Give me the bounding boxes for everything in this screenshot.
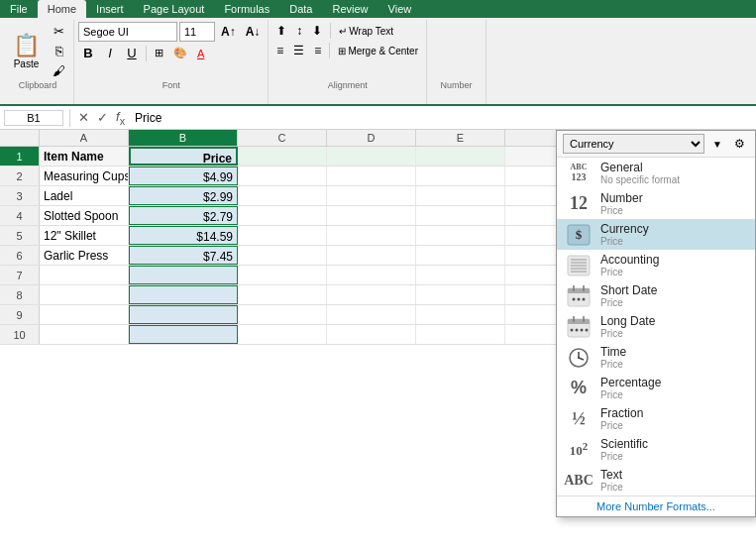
align-right-button[interactable]: ≡ <box>310 42 325 59</box>
cell-c4[interactable] <box>238 206 327 225</box>
align-center-button[interactable]: ☰ <box>289 42 308 59</box>
tab-view[interactable]: View <box>378 0 422 18</box>
cell-d7[interactable] <box>327 266 416 284</box>
align-top-button[interactable]: ⬆ <box>272 22 290 40</box>
col-header-c[interactable]: C <box>238 130 327 146</box>
cell-c5[interactable] <box>238 226 327 245</box>
format-item-currency[interactable]: $ Currency Price <box>557 219 755 250</box>
cell-d9[interactable] <box>327 305 416 324</box>
tab-page-layout[interactable]: Page Layout <box>134 0 215 18</box>
tab-home[interactable]: Home <box>38 0 86 18</box>
bold-button[interactable]: B <box>78 44 98 62</box>
format-select-dropdown-button[interactable]: ▼ <box>708 137 726 152</box>
cell-b7[interactable] <box>129 266 238 284</box>
cell-d2[interactable] <box>327 166 416 185</box>
col-header-d[interactable]: D <box>327 130 416 146</box>
format-item-scientific[interactable]: 102 Scientific Price <box>557 434 755 465</box>
align-bottom-button[interactable]: ⬇ <box>308 22 326 40</box>
decrease-font-button[interactable]: A↓ <box>242 23 265 41</box>
cell-d3[interactable] <box>327 186 416 205</box>
align-middle-button[interactable]: ↕ <box>292 22 306 40</box>
cell-a4[interactable]: Slotted Spoon <box>40 206 129 225</box>
font-name-input[interactable] <box>78 22 177 42</box>
format-item-fraction[interactable]: ½ Fraction Price <box>557 403 755 434</box>
paste-button[interactable]: 📋 Paste <box>6 30 47 72</box>
cell-b9[interactable] <box>129 305 238 324</box>
cell-e1[interactable] <box>416 147 505 166</box>
borders-button[interactable]: ⊞ <box>151 45 167 61</box>
cell-c3[interactable] <box>238 186 327 205</box>
cell-b4[interactable]: $2.79 <box>129 206 238 225</box>
format-item-percentage[interactable]: % Percentage Price <box>557 373 755 403</box>
cell-e4[interactable] <box>416 206 505 225</box>
col-header-e[interactable]: E <box>416 130 505 146</box>
cell-b5[interactable]: $14.59 <box>129 226 238 245</box>
cell-reference-input[interactable] <box>4 110 63 126</box>
confirm-formula-button[interactable]: ✓ <box>95 110 110 125</box>
cell-b1[interactable]: Price <box>129 147 238 166</box>
tab-insert[interactable]: Insert <box>86 0 134 18</box>
cell-a3[interactable]: Ladel <box>40 186 129 205</box>
cell-c2[interactable] <box>238 166 327 185</box>
format-painter-button[interactable]: 🖌 <box>49 61 69 80</box>
align-left-button[interactable]: ≡ <box>272 42 287 59</box>
cell-c10[interactable] <box>238 325 327 344</box>
cell-e10[interactable] <box>416 325 505 344</box>
cell-e3[interactable] <box>416 186 505 205</box>
cell-b8[interactable] <box>129 285 238 304</box>
italic-button[interactable]: I <box>100 44 120 62</box>
font-color-button[interactable]: A <box>193 46 208 61</box>
function-button[interactable]: fx <box>114 109 127 127</box>
more-formats-button[interactable]: More Number Formats... <box>557 496 755 516</box>
format-item-accounting[interactable]: Accounting Price <box>557 250 755 280</box>
cell-b2[interactable]: $4.99 <box>129 166 238 185</box>
cell-c9[interactable] <box>238 305 327 324</box>
fill-color-button[interactable]: 🎨 <box>169 45 191 61</box>
tab-formulas[interactable]: Formulas <box>214 0 279 18</box>
cell-a5[interactable]: 12" Skillet <box>40 226 129 245</box>
cell-a7[interactable] <box>40 266 129 284</box>
cell-b6[interactable]: $7.45 <box>129 246 238 265</box>
cell-a6[interactable]: Garlic Press <box>40 246 129 265</box>
cell-a2[interactable]: Measuring Cups <box>40 166 129 185</box>
cell-a8[interactable] <box>40 285 129 304</box>
cell-d1[interactable] <box>327 147 416 166</box>
increase-font-button[interactable]: A↑ <box>217 23 240 41</box>
cut-button[interactable]: ✂ <box>49 22 69 41</box>
tab-file[interactable]: File <box>0 0 38 18</box>
col-header-b[interactable]: B <box>129 130 238 146</box>
format-select[interactable]: Currency <box>563 134 704 154</box>
cell-c8[interactable] <box>238 285 327 304</box>
cell-e5[interactable] <box>416 226 505 245</box>
format-item-number[interactable]: 12 Number Price <box>557 188 755 219</box>
wrap-text-button[interactable]: ↵ Wrap Text <box>335 24 397 39</box>
cell-d8[interactable] <box>327 285 416 304</box>
underline-button[interactable]: U <box>122 44 142 62</box>
cell-e2[interactable] <box>416 166 505 185</box>
format-item-time[interactable]: Time Price <box>557 342 755 373</box>
merge-center-button[interactable]: ⊞ Merge & Center <box>334 44 422 58</box>
cell-c1[interactable] <box>238 147 327 166</box>
formula-input[interactable] <box>131 110 752 126</box>
cell-c7[interactable] <box>238 266 327 284</box>
col-header-a[interactable]: A <box>40 130 129 146</box>
cancel-formula-button[interactable]: ✕ <box>76 110 91 125</box>
cell-a10[interactable] <box>40 325 129 344</box>
cell-d5[interactable] <box>327 226 416 245</box>
cell-e8[interactable] <box>416 285 505 304</box>
cell-b10[interactable] <box>129 325 238 344</box>
cell-a9[interactable] <box>40 305 129 324</box>
tab-review[interactable]: Review <box>322 0 378 18</box>
format-item-long-date[interactable]: Long Date Price <box>557 311 755 342</box>
tab-data[interactable]: Data <box>279 0 322 18</box>
cell-b3[interactable]: $2.99 <box>129 186 238 205</box>
format-item-short-date[interactable]: Short Date Price <box>557 280 755 311</box>
format-item-text[interactable]: ABC Text Price <box>557 465 755 496</box>
cell-c6[interactable] <box>238 246 327 265</box>
format-item-general[interactable]: ABC 123 General No specific format <box>557 158 755 188</box>
cell-e9[interactable] <box>416 305 505 324</box>
format-settings-button[interactable]: ⚙ <box>730 135 749 153</box>
copy-button[interactable]: ⎘ <box>49 42 69 60</box>
cell-a1[interactable]: Item Name <box>40 147 129 166</box>
cell-d4[interactable] <box>327 206 416 225</box>
